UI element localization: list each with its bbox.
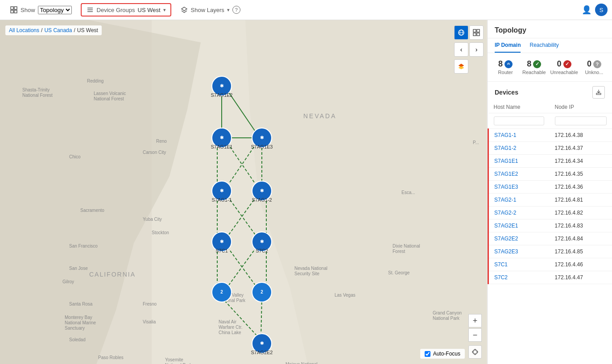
export-button[interactable]: [592, 86, 605, 99]
table-row[interactable]: S7AG2-1172.16.4.81: [488, 194, 612, 207]
svg-text:Naval Air: Naval Air: [219, 319, 237, 324]
breadcrumb-sep1: /: [41, 27, 42, 33]
svg-text:Security Site: Security Site: [294, 271, 320, 276]
stat-reachable-icon: ✓: [533, 60, 541, 68]
table-row[interactable]: S7C1172.16.4.46: [488, 258, 612, 271]
show-label: Show: [21, 7, 35, 13]
breadcrumb-sep2: /: [74, 27, 75, 33]
nav-next-btn[interactable]: ›: [469, 42, 484, 57]
device-nodeip: 172.16.4.83: [550, 219, 612, 232]
table-row[interactable]: S7AG1-1172.16.4.38: [488, 129, 612, 142]
svg-text:Gilroy: Gilroy: [62, 279, 74, 284]
layers-map-btn[interactable]: [454, 59, 468, 74]
svg-rect-0: [11, 7, 13, 9]
filter-hostname[interactable]: [494, 116, 544, 125]
zoom-out-btn[interactable]: −: [468, 328, 482, 342]
tab-ip-domain[interactable]: IP Domain: [495, 38, 521, 53]
table-row[interactable]: S7AG2E1172.16.4.83: [488, 219, 612, 232]
auto-focus-label: Auto-Focus: [433, 351, 460, 357]
show-icon: [10, 6, 18, 14]
node-s7ag1-1-icon: ✱: [220, 188, 224, 193]
top-right-icons: 👤 S: [582, 4, 608, 16]
device-nodeip: 172.16.4.34: [550, 155, 612, 168]
devices-table: Host Name Node IP S7AG1-1172.16.4.38S7AG…: [488, 101, 612, 364]
right-panel: Topology IP Domain Reachability 8 Router…: [487, 20, 612, 364]
stat-unreachable-icon: ✓: [563, 60, 571, 68]
account-initial[interactable]: S: [595, 4, 608, 16]
node-s7ag1-2-icon: ✱: [260, 188, 264, 193]
svg-text:P...: P...: [473, 140, 479, 145]
table-row[interactable]: S7AG2E3172.16.4.85: [488, 245, 612, 258]
show-layers-help[interactable]: ?: [232, 6, 240, 14]
device-hostname[interactable]: S7AG1E3: [488, 181, 550, 194]
stat-unknown-value: 0: [587, 59, 591, 69]
zoom-in-btn[interactable]: +: [468, 314, 482, 327]
svg-text:Sanctuary: Sanctuary: [65, 326, 85, 331]
breadcrumb-us-canada[interactable]: US Canada: [44, 27, 72, 33]
svg-rect-3: [14, 10, 17, 13]
svg-text:Carson City: Carson City: [143, 150, 166, 155]
svg-text:San Jose: San Jose: [69, 266, 88, 271]
svg-text:Lassen Volcanic: Lassen Volcanic: [94, 91, 126, 96]
panel-header: Topology: [488, 20, 612, 38]
table-row[interactable]: S7AG2-2172.16.4.82: [488, 207, 612, 219]
crosshair-btn[interactable]: [468, 345, 482, 359]
device-hostname[interactable]: S7AG1E2: [488, 168, 550, 181]
svg-text:Las Vegas: Las Vegas: [335, 293, 356, 298]
device-groups-icon: [86, 6, 94, 14]
device-hostname[interactable]: S7C1: [488, 258, 550, 271]
node-s7c1-label: S7C1: [215, 248, 228, 253]
device-hostname[interactable]: S7AG2E2: [488, 232, 550, 245]
stat-reachable: 8 ✓ Reachable: [520, 58, 548, 77]
device-hostname[interactable]: S7AG1-1: [488, 129, 550, 142]
globe-view-btn[interactable]: [454, 25, 468, 40]
table-row[interactable]: S7AG1-2172.16.4.37: [488, 142, 612, 155]
device-hostname[interactable]: S7C2: [488, 271, 550, 284]
filter-nodeip[interactable]: [555, 116, 607, 125]
node-cluster1-label: 2: [220, 290, 223, 294]
svg-text:Soledad: Soledad: [69, 337, 86, 342]
svg-rect-2: [11, 10, 13, 13]
table-row[interactable]: S7AG1E3172.16.4.36: [488, 181, 612, 194]
map-controls-bottom: + −: [468, 314, 482, 342]
node-s7ag1-1-label: S7AG1-1: [211, 197, 232, 203]
auto-focus-checkbox[interactable]: [425, 351, 430, 357]
tab-reachability[interactable]: Reachability: [529, 38, 558, 53]
device-hostname[interactable]: S7AG2-2: [488, 207, 550, 219]
svg-text:Forest: Forest: [393, 249, 405, 254]
svg-text:Shasta-Trinity: Shasta-Trinity: [22, 87, 50, 92]
device-hostname[interactable]: S7AG2E1: [488, 219, 550, 232]
svg-text:NEVADA: NEVADA: [303, 112, 337, 120]
stat-unreachable-number: 0 ✓: [557, 59, 571, 69]
stat-router-number: 8: [498, 59, 513, 69]
device-nodeip: 172.16.4.85: [550, 245, 612, 258]
user-icon[interactable]: 👤: [582, 5, 591, 15]
svg-text:Monterey Bay: Monterey Bay: [65, 315, 92, 320]
device-hostname[interactable]: S7AG1E1: [488, 155, 550, 168]
stat-unreachable: 0 ✓ Unreachable: [548, 58, 579, 77]
svg-text:Warfare Ctr.: Warfare Ctr.: [219, 325, 243, 330]
device-hostname[interactable]: S7AG2-1: [488, 194, 550, 207]
show-dropdown[interactable]: Topology: [38, 6, 72, 14]
table-row[interactable]: S7C2172.16.4.47: [488, 271, 612, 284]
table-row[interactable]: S7AG1E1172.16.4.34: [488, 155, 612, 168]
nav-prev-btn[interactable]: ‹: [454, 42, 468, 57]
svg-text:Esca...: Esca...: [401, 190, 415, 195]
node-s7ag1e1-icon: ✱: [220, 135, 224, 140]
svg-text:Sacramento: Sacramento: [80, 208, 104, 213]
show-layers-label: Show Layers: [191, 7, 224, 13]
show-layers-chevron: ▾: [227, 7, 230, 13]
device-hostname[interactable]: S7AG2E3: [488, 245, 550, 258]
device-nodeip: 172.16.4.82: [550, 207, 612, 219]
table-row[interactable]: S7AG1E2172.16.4.35: [488, 168, 612, 181]
device-hostname[interactable]: S7AG1-2: [488, 142, 550, 155]
node-s7ag1-2-label: S7AG1-2: [252, 197, 272, 203]
show-layers-section[interactable]: Show Layers ▾ ?: [175, 6, 246, 14]
node-s7ag1e2-label: S7AG1E2: [211, 92, 233, 98]
breadcrumb-all-locations[interactable]: All Locations: [9, 27, 39, 33]
auto-focus-control[interactable]: Auto-Focus: [420, 349, 465, 359]
grid-view-btn[interactable]: [469, 25, 484, 40]
table-row[interactable]: S7AG2E2172.16.4.84: [488, 232, 612, 245]
svg-marker-63: [459, 66, 464, 69]
device-groups-section[interactable]: Device Groups US West ▾: [81, 3, 171, 17]
